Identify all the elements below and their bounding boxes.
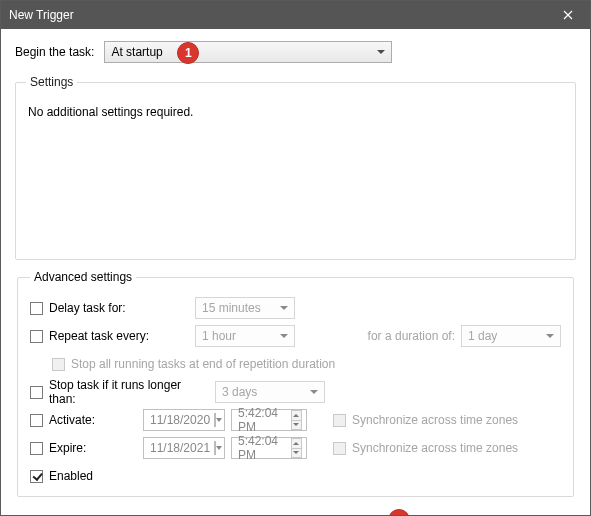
date-dropdown-button[interactable] [216, 438, 222, 458]
expire-row: Expire: 11/18/2021 5:42:04 PM Synchroniz… [30, 434, 561, 462]
advanced-legend: Advanced settings [30, 270, 136, 284]
delay-value: 15 minutes [202, 301, 261, 315]
activate-date[interactable]: 11/18/2020 [143, 409, 225, 431]
repeat-row: Repeat task every: 1 hour for a duration… [30, 322, 561, 350]
titlebar: New Trigger [1, 1, 590, 29]
dialog-footer: 2 OK Cancel [1, 507, 590, 516]
advanced-settings-group: Advanced settings Delay task for: 15 min… [17, 270, 574, 497]
date-dropdown-button[interactable] [216, 410, 222, 430]
begin-task-value: At startup [111, 45, 162, 59]
activate-time[interactable]: 5:42:04 PM [231, 409, 307, 431]
spinner-down[interactable] [291, 449, 302, 459]
chevron-up-icon [293, 414, 299, 417]
window-title: New Trigger [9, 8, 546, 22]
begin-task-row: Begin the task: At startup 1 [15, 41, 576, 63]
chevron-up-icon [293, 442, 299, 445]
stop-end-row: Stop all running tasks at end of repetit… [30, 350, 561, 378]
expire-sync-label: Synchronize across time zones [352, 441, 518, 455]
begin-task-label: Begin the task: [15, 45, 94, 59]
stop-end-checkbox [52, 358, 65, 371]
activate-row: Activate: 11/18/2020 5:42:04 PM Synchron… [30, 406, 561, 434]
settings-legend: Settings [26, 75, 77, 89]
calendar-icon [214, 441, 216, 455]
delay-checkbox[interactable] [30, 302, 43, 315]
begin-task-select[interactable]: At startup 1 [104, 41, 392, 63]
expire-date[interactable]: 11/18/2021 [143, 437, 225, 459]
chevron-down-icon [546, 334, 554, 338]
expire-time-value: 5:42:04 PM [238, 434, 288, 462]
stop-if-checkbox[interactable] [30, 386, 43, 399]
duration-label: for a duration of: [368, 329, 455, 343]
close-button[interactable] [546, 1, 590, 29]
delay-row: Delay task for: 15 minutes [30, 294, 561, 322]
repeat-checkbox[interactable] [30, 330, 43, 343]
stop-if-label: Stop task if it runs longer than: [49, 378, 209, 406]
delay-combo[interactable]: 15 minutes [195, 297, 295, 319]
spinner-up[interactable] [291, 410, 302, 421]
expire-date-value: 11/18/2021 [150, 441, 210, 455]
chevron-down-icon [377, 50, 385, 54]
enabled-checkbox[interactable] [30, 470, 43, 483]
stop-if-value: 3 days [222, 385, 257, 399]
time-spinner[interactable] [291, 410, 302, 430]
chevron-down-icon [293, 423, 299, 426]
expire-sync-checkbox [333, 442, 346, 455]
chevron-down-icon [216, 418, 222, 422]
chevron-down-icon [280, 306, 288, 310]
stop-if-row: Stop task if it runs longer than: 3 days [30, 378, 561, 406]
activate-sync-label: Synchronize across time zones [352, 413, 518, 427]
dialog-content: Begin the task: At startup 1 Settings No… [1, 29, 590, 507]
activate-label: Activate: [49, 413, 137, 427]
repeat-combo[interactable]: 1 hour [195, 325, 295, 347]
spinner-down[interactable] [291, 421, 302, 431]
activate-sync-checkbox [333, 414, 346, 427]
duration-combo[interactable]: 1 day [461, 325, 561, 347]
calendar-icon [214, 413, 216, 427]
settings-group: Settings No additional settings required… [15, 75, 576, 260]
expire-checkbox[interactable] [30, 442, 43, 455]
chevron-down-icon [293, 451, 299, 454]
enabled-row: Enabled [30, 462, 561, 490]
repeat-value: 1 hour [202, 329, 236, 343]
stop-end-label: Stop all running tasks at end of repetit… [71, 357, 335, 371]
activate-checkbox[interactable] [30, 414, 43, 427]
delay-label: Delay task for: [49, 301, 189, 315]
spinner-up[interactable] [291, 438, 302, 449]
annotation-marker-2: 2 [388, 509, 410, 516]
chevron-down-icon [310, 390, 318, 394]
time-spinner[interactable] [291, 438, 302, 458]
annotation-marker-1: 1 [177, 42, 199, 64]
expire-time[interactable]: 5:42:04 PM [231, 437, 307, 459]
expire-label: Expire: [49, 441, 137, 455]
activate-time-value: 5:42:04 PM [238, 406, 288, 434]
settings-body: No additional settings required. [26, 97, 565, 249]
enabled-label: Enabled [49, 469, 93, 483]
duration-value: 1 day [468, 329, 497, 343]
chevron-down-icon [280, 334, 288, 338]
chevron-down-icon [216, 446, 222, 450]
activate-date-value: 11/18/2020 [150, 413, 210, 427]
repeat-label: Repeat task every: [49, 329, 189, 343]
stop-if-combo[interactable]: 3 days [215, 381, 325, 403]
close-icon [563, 10, 573, 20]
